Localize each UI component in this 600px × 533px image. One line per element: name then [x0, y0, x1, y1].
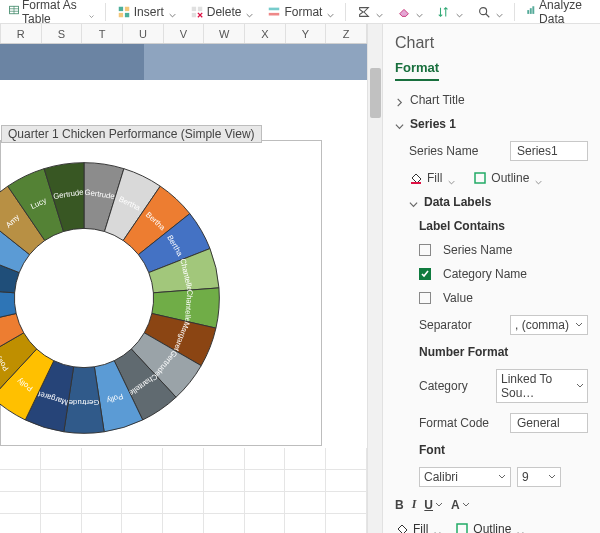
- cell[interactable]: [204, 470, 245, 492]
- cell[interactable]: [204, 492, 245, 514]
- cell[interactable]: [82, 448, 123, 470]
- fill-button[interactable]: Fill: [409, 171, 455, 185]
- cell[interactable]: [82, 470, 123, 492]
- vertical-scrollbar[interactable]: [367, 24, 382, 533]
- svg-rect-18: [530, 9, 532, 15]
- column-header[interactable]: W: [204, 24, 245, 43]
- format-icon: [267, 5, 281, 19]
- series1-section[interactable]: Series 1: [395, 117, 588, 131]
- cell[interactable]: [41, 470, 82, 492]
- cell[interactable]: [41, 514, 82, 533]
- underline-button[interactable]: U: [424, 497, 443, 512]
- delete-button[interactable]: Delete: [185, 3, 259, 21]
- chevron-down-icon: [376, 8, 383, 15]
- data-labels-section[interactable]: Data Labels: [409, 195, 588, 209]
- category-select[interactable]: Linked To Sou…: [496, 369, 588, 403]
- cell[interactable]: [245, 492, 286, 514]
- chevron-down-icon: [89, 8, 94, 15]
- find-button[interactable]: [472, 3, 508, 21]
- cell[interactable]: [122, 448, 163, 470]
- cb-category-name[interactable]: Category Name: [419, 267, 588, 281]
- autosum-button[interactable]: [352, 3, 388, 21]
- italic-button[interactable]: I: [412, 497, 417, 512]
- column-header[interactable]: Y: [286, 24, 327, 43]
- label-fill-outline-row: Fill Outline: [395, 522, 588, 533]
- number-format-header: Number Format: [419, 345, 588, 359]
- cell[interactable]: [41, 492, 82, 514]
- cell[interactable]: [245, 448, 286, 470]
- font-size-select[interactable]: 9: [517, 467, 561, 487]
- clear-button[interactable]: [392, 3, 428, 21]
- cell[interactable]: [122, 514, 163, 533]
- font-color-button[interactable]: A: [451, 497, 470, 512]
- column-header[interactable]: U: [123, 24, 164, 43]
- chart-object[interactable]: Quarter 1 Chicken Performance (Simple Vi…: [0, 140, 322, 446]
- chart-title[interactable]: Quarter 1 Chicken Performance (Simple Vi…: [1, 125, 262, 143]
- cell[interactable]: [163, 492, 204, 514]
- format-code-input[interactable]: [510, 413, 588, 433]
- chart-format-panel: Chart Format Chart Title Series 1 Series…: [382, 24, 600, 533]
- checkbox-checked[interactable]: [419, 268, 431, 280]
- panel-title: Chart: [395, 34, 588, 52]
- analyze-icon: [526, 5, 536, 19]
- format-tab[interactable]: Format: [395, 60, 439, 81]
- cell[interactable]: [326, 470, 367, 492]
- cell[interactable]: [163, 470, 204, 492]
- worksheet[interactable]: RSTUVWXYZ Quarter 1 Chicken Performance …: [0, 24, 367, 533]
- cell[interactable]: [285, 514, 326, 533]
- chevron-right-icon: [395, 96, 404, 105]
- column-header[interactable]: X: [245, 24, 286, 43]
- column-header[interactable]: T: [82, 24, 123, 43]
- cell[interactable]: [0, 492, 41, 514]
- chart-title-section[interactable]: Chart Title: [395, 93, 588, 107]
- cell[interactable]: [326, 514, 367, 533]
- cell[interactable]: [326, 448, 367, 470]
- series-name-input[interactable]: [510, 141, 588, 161]
- svg-rect-20: [411, 182, 421, 184]
- cell[interactable]: [122, 492, 163, 514]
- label-outline-button[interactable]: Outline: [455, 522, 524, 533]
- column-header[interactable]: V: [164, 24, 205, 43]
- cell[interactable]: [82, 514, 123, 533]
- svg-rect-8: [192, 6, 196, 10]
- cell[interactable]: [285, 448, 326, 470]
- cell[interactable]: [326, 492, 367, 514]
- format-code-row: Format Code: [419, 413, 588, 433]
- cell[interactable]: [285, 470, 326, 492]
- cell[interactable]: [41, 448, 82, 470]
- label-contains-header: Label Contains: [419, 219, 588, 233]
- insert-button[interactable]: Insert: [112, 3, 181, 21]
- cell[interactable]: [245, 470, 286, 492]
- cell[interactable]: [163, 514, 204, 533]
- column-header[interactable]: S: [42, 24, 83, 43]
- cell[interactable]: [0, 448, 41, 470]
- svg-rect-10: [192, 12, 196, 16]
- cell[interactable]: [204, 448, 245, 470]
- outline-button[interactable]: Outline: [473, 171, 542, 185]
- format-label: Format: [284, 5, 322, 19]
- bold-button[interactable]: B: [395, 497, 404, 512]
- font-family-select[interactable]: Calibri: [419, 467, 511, 487]
- label-fill-button[interactable]: Fill: [395, 522, 441, 533]
- checkbox-unchecked[interactable]: [419, 244, 431, 256]
- format-button[interactable]: Format: [262, 3, 339, 21]
- cb-series-name[interactable]: Series Name: [419, 243, 588, 257]
- cell[interactable]: [204, 514, 245, 533]
- cell[interactable]: [163, 448, 204, 470]
- cell[interactable]: [82, 492, 123, 514]
- cell[interactable]: [245, 514, 286, 533]
- cb-value[interactable]: Value: [419, 291, 588, 305]
- separator-row: Separator , (comma): [419, 315, 588, 335]
- sort-button[interactable]: [432, 3, 468, 21]
- checkbox-unchecked[interactable]: [419, 292, 431, 304]
- cell[interactable]: [122, 470, 163, 492]
- scroll-thumb[interactable]: [370, 68, 381, 118]
- column-header[interactable]: R: [1, 24, 42, 43]
- cell[interactable]: [285, 492, 326, 514]
- cell[interactable]: [0, 514, 41, 533]
- cell[interactable]: [0, 470, 41, 492]
- cell-grid[interactable]: [0, 448, 367, 533]
- column-header[interactable]: Z: [326, 24, 367, 43]
- donut-chart[interactable]: GertrudeBerthaBerthaBerthaChantelleChant…: [0, 153, 229, 443]
- separator-select[interactable]: , (comma): [510, 315, 588, 335]
